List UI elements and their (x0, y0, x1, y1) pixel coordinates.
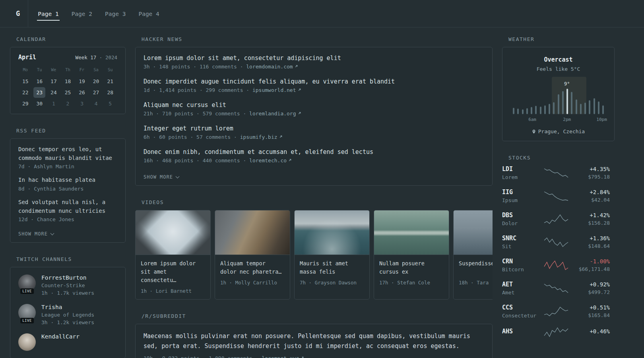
video-body: Mauris sit amet massa felis 7h · Grayson… (295, 255, 369, 291)
calendar-dow: Fr (75, 65, 89, 76)
video-title[interactable]: Suspendisse diam (459, 259, 493, 276)
external-link-icon (295, 64, 298, 68)
hn-source-link[interactable]: ipsumworld.net (252, 87, 301, 93)
stock-row[interactable]: IIG Ipsum +2.84% $42.04 (502, 189, 610, 203)
video-title[interactable]: Mauris sit amet massa felis (300, 259, 364, 276)
hn-meta-text: 1d · 1,414 points · 299 comments · (144, 87, 249, 93)
tab-page-3[interactable]: Page 3 (104, 7, 126, 21)
stock-sparkline (543, 327, 569, 337)
rss-item-title[interactable]: In hac habitasse platea (18, 176, 117, 185)
subreddit-card: Maecenas mollis pulvinar erat non posuer… (135, 324, 493, 358)
rss-item-meta: 8d · Cynthia Saunders (18, 186, 117, 192)
tab-page-4[interactable]: Page 4 (138, 7, 160, 21)
app-logo[interactable]: G (16, 10, 28, 18)
stock-price: $795.18 (569, 174, 610, 180)
rss-heading: RSS FEED (10, 128, 126, 134)
hn-domain: ipsumworld.net (252, 87, 296, 93)
stock-row[interactable]: CCS Consectetur +0.51% $165.84 (502, 304, 610, 319)
channel-name[interactable]: KendallCarr (41, 333, 80, 340)
channel-name[interactable]: Trisha (41, 304, 94, 310)
stock-row[interactable]: CRN Bitcorn -1.00% $66,171.48 (502, 258, 610, 272)
stock-row[interactable]: AET Amet +0.92% $499.72 (502, 281, 610, 296)
foggy-figure-thumbnail (454, 210, 493, 255)
weather-location[interactable]: Prague, Czechia (509, 128, 608, 134)
weather-axis-label: 6am (528, 117, 536, 122)
calendar-dow: Th (61, 65, 75, 76)
hn-item-meta: 3h · 148 points · 116 comments · loremdo… (144, 64, 484, 70)
twitch-channel-row[interactable]: LIVE Trisha League of Legends 3h · 1.2k … (18, 304, 117, 325)
video-card[interactable]: Mauris sit amet massa felis 7h · Grayson… (294, 210, 370, 300)
calendar-day: 21 (104, 76, 116, 87)
twitch-channel-row[interactable]: LIVE ForrestBurton Counter-Strike 1h · 1… (18, 274, 117, 296)
show-more-button[interactable]: SHOW MORE (144, 174, 179, 180)
channel-name[interactable]: ForrestBurton (41, 274, 94, 281)
stock-row[interactable]: DBS Dolor +1.42% $156.28 (502, 212, 610, 226)
hn-meta-text: 3h · 148 points · 116 comments · (144, 64, 243, 70)
hackernews-widget: HACKER NEWS Lorem ipsum dolor sit amet, … (135, 36, 493, 186)
video-title[interactable]: Nullam posuere cursus ex (379, 259, 444, 276)
hn-source-link[interactable]: loremtech.co (249, 158, 292, 163)
hn-item-meta: 6h · 60 points · 57 comments · ipsumify.… (144, 134, 484, 140)
stock-name: Ipsum (502, 197, 543, 203)
video-title[interactable]: Aliquam tempor dolor nec pharetra… (220, 259, 285, 276)
cross-sky-thumbnail (136, 210, 210, 255)
rss-item: In hac habitasse platea 8d · Cynthia Sau… (18, 176, 117, 192)
calendar-dow: Tu (33, 65, 47, 76)
stocks-list: LDI Lorem +4.35% $795.18 IIG Ipsum (502, 165, 615, 337)
hn-item-title[interactable]: Integer eget rutrum lorem (144, 125, 484, 132)
show-more-button[interactable]: SHOW MORE (18, 231, 54, 237)
subreddit-source-link[interactable]: loremnet.xyz (262, 355, 304, 358)
nav-divider (28, 0, 28, 27)
channel-info: Trisha League of Legends 3h · 1.2k viewe… (41, 304, 94, 325)
twitch-channel-row[interactable]: KendallCarr (18, 333, 117, 351)
hn-source-link[interactable]: ipsumify.biz (240, 134, 283, 140)
weather-card: Overcast Feels like 5°C 9° 6am2pm10pm Pr… (502, 47, 615, 141)
stock-price: $165.84 (569, 312, 610, 318)
stock-name: Dolor (502, 220, 543, 226)
stock-row[interactable]: AHS +0.46% (502, 327, 610, 337)
stock-price: $499.72 (569, 289, 610, 295)
hn-item-title[interactable]: Aliquam nec cursus elit (144, 101, 484, 109)
calendar-day: 26 (76, 87, 88, 98)
calendar-week: Week 17 (76, 54, 97, 60)
hn-source-link[interactable]: loremdomain.com (246, 64, 298, 70)
video-title[interactable]: Lorem ipsum dolor sit amet consectetu… (141, 259, 205, 284)
video-card[interactable]: Nullam posuere cursus ex 17h · Stefan Co… (374, 210, 449, 300)
show-more-label: SHOW MORE (18, 231, 48, 237)
tab-page-1[interactable]: Page 1 (37, 7, 59, 21)
tab-page-2[interactable]: Page 2 (71, 7, 93, 21)
subreddit-domain: loremnet.xyz (262, 355, 299, 358)
hn-domain: ipsumify.biz (240, 134, 277, 140)
hn-item-title[interactable]: Donec enim nibh, condimentum et accumsan… (144, 148, 484, 156)
calendar-day: 25 (62, 87, 74, 98)
external-link-icon (298, 88, 301, 91)
video-card[interactable]: Suspendisse diam 18h · Tara (453, 210, 493, 300)
stock-right: +0.46% (569, 328, 610, 336)
stock-left: DBS Dolor (502, 212, 543, 226)
stock-sparkline (543, 168, 569, 178)
rss-item-title[interactable]: Sed volutpat nulla nisl, a condimentum n… (18, 198, 117, 215)
video-card[interactable]: Aliquam tempor dolor nec pharetra… 1h · … (215, 210, 290, 300)
video-card[interactable]: Lorem ipsum dolor sit amet consectetu… 1… (135, 210, 211, 300)
calendar-day: 24 (48, 87, 60, 98)
hn-item-title[interactable]: Donec imperdiet augue tincidunt felis al… (144, 78, 484, 85)
rss-widget: RSS FEED Donec tempor eros leo, ut commo… (10, 128, 126, 243)
live-badge: LIVE (20, 318, 34, 323)
rss-item-title[interactable]: Donec tempor eros leo, ut commodo mauris… (18, 145, 117, 162)
stock-left: CCS Consectetur (502, 304, 543, 319)
stock-symbol: AHS (502, 328, 543, 335)
hn-item-title[interactable]: Lorem ipsum dolor sit amet, consectetur … (144, 54, 484, 62)
calendar-day: 28 (104, 87, 116, 98)
hn-source-link[interactable]: loremlandia.org (249, 111, 301, 117)
hn-item-meta: 1d · 1,414 points · 299 comments · ipsum… (144, 87, 484, 93)
stock-symbol: CRN (502, 258, 543, 265)
stock-row[interactable]: LDI Lorem +4.35% $795.18 (502, 165, 610, 180)
twitch-heading: TWITCH CHANNELS (10, 256, 126, 262)
stock-row[interactable]: SNRC Sit +1.36% $148.64 (502, 235, 610, 249)
video-meta: 18h · Tara (459, 280, 493, 286)
rss-item: Sed volutpat nulla nisl, a condimentum n… (18, 198, 117, 222)
stock-right: +0.92% $499.72 (569, 281, 610, 295)
subreddit-post-title[interactable]: Maecenas mollis pulvinar erat non posuer… (144, 331, 484, 352)
rss-item-meta: 12d · Chance Jones (18, 216, 117, 222)
calendar-day: 18 (62, 76, 74, 87)
